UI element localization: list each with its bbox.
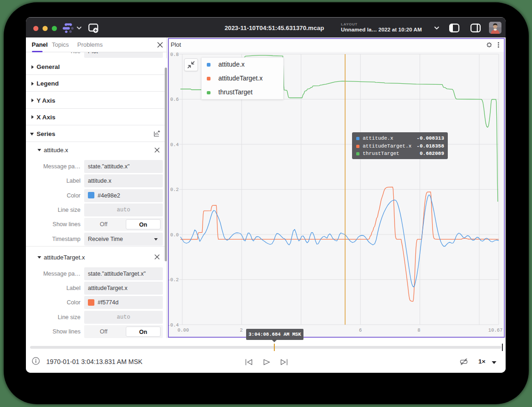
svg-text:0.0: 0.0 [170,232,179,238]
svg-text:10.67: 10.67 [489,327,503,333]
svg-text:Plot: Plot [171,41,181,48]
svg-text:0.8: 0.8 [170,52,179,57]
svg-text:8: 8 [417,327,420,333]
svg-text:2: 2 [240,327,242,333]
svg-text:-0.4: -0.4 [167,322,179,328]
svg-text:0.2: 0.2 [170,187,179,192]
svg-text:0.4: 0.4 [170,142,179,148]
svg-text:6: 6 [359,327,362,333]
svg-text:0.00: 0.00 [178,327,189,333]
svg-text:0.6: 0.6 [170,97,179,102]
svg-text:-0.2: -0.2 [167,277,179,283]
